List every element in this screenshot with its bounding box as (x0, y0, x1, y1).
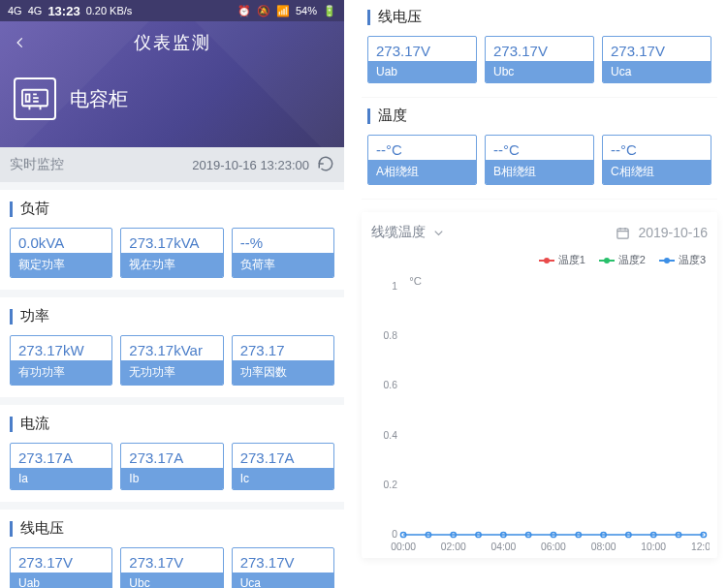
status-time: 13:23 (47, 4, 79, 18)
section-title-text: 线电压 (20, 519, 64, 538)
metric-value: --°C (368, 136, 476, 160)
svg-text:02:00: 02:00 (441, 542, 466, 552)
svg-text:00:00: 00:00 (391, 542, 416, 552)
legend-swatch (539, 260, 554, 262)
section-title-text: 电流 (20, 415, 49, 433)
metric-card[interactable]: 273.17kW有功功率 (10, 335, 112, 386)
metric-value: 273.17kW (11, 336, 111, 360)
metric-value: 273.17 (233, 336, 333, 360)
metric-card[interactable]: 273.17VUca (232, 547, 334, 588)
metric-value: 273.17A (121, 444, 222, 468)
section-title-text: 温度 (378, 107, 407, 125)
metric-label: Ic (233, 468, 333, 489)
metric-label: Ib (121, 468, 222, 489)
right-panel: 线电压273.17VUab273.17VUbc273.17VUca温度--°CA… (344, 0, 727, 588)
metric-label: B相绕组 (486, 160, 593, 184)
section-title-text: 线电压 (378, 8, 422, 26)
dnd-icon: 🔕 (257, 5, 270, 17)
svg-text:0.2: 0.2 (384, 480, 398, 490)
card-row: 0.0kVA额定功率273.17kVA视在功率--%负荷率 (10, 228, 334, 278)
metric-value: 273.17A (233, 444, 333, 468)
legend-item: 温度3 (659, 253, 706, 267)
metric-label: 额定功率 (11, 253, 111, 277)
battery-icon: 🔋 (323, 5, 336, 17)
metric-card[interactable]: 273.17VUab (10, 547, 112, 588)
metric-card[interactable]: 273.17AIb (120, 443, 223, 490)
svg-text:1: 1 (392, 281, 397, 292)
svg-text:0: 0 (392, 529, 397, 540)
metric-card[interactable]: 273.17VUca (602, 36, 711, 83)
section-电流: 电流273.17AIa273.17AIb273.17AIc (0, 405, 344, 502)
status-bar: 4G 4G 13:23 0.20 KB/s ⏰ 🔕 📶 54% 🔋 (0, 0, 344, 21)
device-name: 电容柜 (70, 86, 128, 112)
svg-text:0.8: 0.8 (384, 330, 398, 341)
metric-label: Uca (233, 573, 333, 588)
network-1: 4G (8, 5, 22, 16)
section-bar (367, 108, 370, 124)
svg-text:08:00: 08:00 (591, 542, 616, 552)
legend-item: 温度2 (599, 253, 646, 267)
phone-screen: 4G 4G 13:23 0.20 KB/s ⏰ 🔕 📶 54% 🔋 仪表监测 电… (0, 0, 344, 588)
section-bar (10, 521, 13, 537)
device-icon (14, 77, 56, 120)
metric-card[interactable]: 0.0kVA额定功率 (10, 228, 112, 278)
metric-card[interactable]: 273.17功率因数 (232, 335, 334, 386)
svg-text:06:00: 06:00 (541, 542, 566, 552)
section-bar (10, 201, 13, 217)
legend-label: 温度1 (558, 253, 585, 267)
subheader: 实时监控 2019-10-16 13:23:00 (0, 147, 344, 182)
legend-swatch (599, 260, 615, 262)
metric-card[interactable]: 273.17VUab (367, 36, 477, 83)
metric-card[interactable]: 273.17AIa (10, 443, 112, 490)
realtime-label: 实时监控 (10, 156, 64, 173)
section-title-text: 负荷 (20, 200, 49, 218)
metric-card[interactable]: 273.17VUbc (120, 547, 223, 588)
metric-value: --% (233, 229, 333, 253)
card-row: 273.17VUab273.17VUbc273.17VUca (367, 36, 711, 83)
metric-card[interactable]: 273.17AIc (232, 443, 334, 490)
chart-source-selector[interactable]: 线缆温度 (371, 224, 446, 241)
chart-card: 线缆温度 2019-10-16 温度1温度2温度3 °C00.20.40.60.… (362, 212, 717, 558)
metric-value: 273.17V (486, 37, 593, 61)
svg-rect-1 (617, 229, 628, 238)
metric-card[interactable]: 273.17VUbc (485, 36, 594, 83)
back-button[interactable] (8, 30, 33, 55)
metric-card[interactable]: 273.17kVA视在功率 (120, 228, 223, 278)
metric-value: --°C (603, 136, 711, 160)
chart-date-picker[interactable]: 2019-10-16 (616, 225, 708, 240)
section-bar (10, 309, 13, 325)
legend-swatch (659, 260, 675, 262)
svg-text:0.6: 0.6 (384, 381, 398, 391)
metric-card[interactable]: 273.17kVar无功功率 (120, 335, 223, 386)
section-线电压: 线电压273.17VUab273.17VUbc273.17VUca (0, 510, 344, 588)
metric-card[interactable]: --°CB相绕组 (485, 135, 594, 185)
metric-label: 视在功率 (121, 253, 222, 277)
metric-card[interactable]: --%负荷率 (232, 228, 334, 278)
svg-text:12:00: 12:00 (691, 542, 710, 552)
metric-label: 功率因数 (233, 360, 333, 385)
status-speed: 0.20 KB/s (86, 5, 133, 16)
metric-label: Ia (11, 468, 111, 489)
section-title-text: 功率 (20, 307, 49, 325)
section-线电压: 线电压273.17VUab273.17VUbc273.17VUca (362, 0, 717, 97)
page-title: 仪表监测 (0, 31, 344, 54)
refresh-button[interactable] (317, 155, 334, 175)
metric-label: Ubc (121, 573, 222, 588)
metric-value: 273.17V (603, 37, 711, 61)
metric-label: 无功功率 (121, 360, 222, 385)
chart-source-label: 线缆温度 (371, 224, 426, 241)
metric-value: 273.17V (11, 548, 111, 573)
section-功率: 功率273.17kW有功功率273.17kVar无功功率273.17功率因数 (0, 297, 344, 397)
section-温度: 温度--°CA相绕组--°CB相绕组--°CC相绕组 (362, 99, 717, 199)
legend-label: 温度2 (618, 253, 646, 267)
chevron-down-icon (431, 226, 446, 240)
card-row: 273.17kW有功功率273.17kVar无功功率273.17功率因数 (10, 335, 334, 386)
card-row: --°CA相绕组--°CB相绕组--°CC相绕组 (367, 135, 711, 185)
line-chart: °C00.20.40.60.8100:0002:0004:0006:0008:0… (369, 273, 710, 554)
metric-label: Uab (11, 573, 111, 588)
card-row: 273.17VUab273.17VUbc273.17VUca (10, 547, 334, 588)
metric-card[interactable]: --°CA相绕组 (367, 135, 477, 185)
metric-label: C相绕组 (603, 160, 711, 184)
metric-card[interactable]: --°CC相绕组 (602, 135, 711, 185)
header: 仪表监测 电容柜 (0, 21, 344, 147)
